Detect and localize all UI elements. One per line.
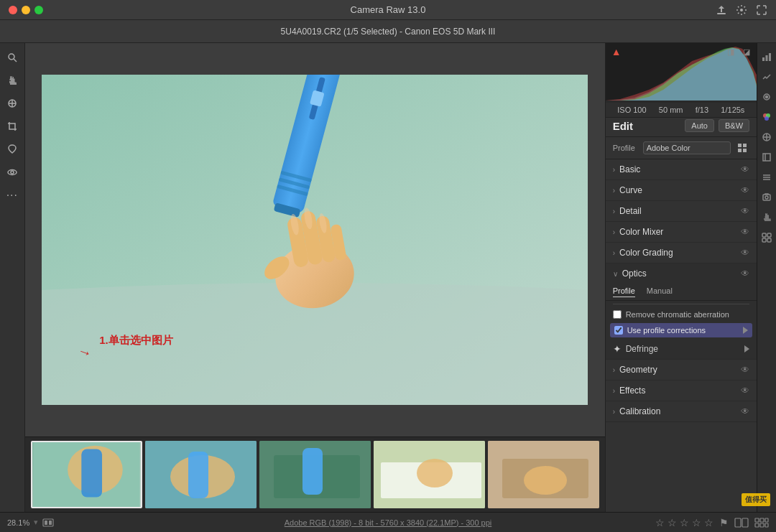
color-mixer-visibility-icon[interactable]: 👁 [741, 227, 749, 237]
use-profile-corrections-label: Use profile corrections [627, 326, 706, 335]
bottom-bar: 28.1% ▾ Adobe RGB (1998) - 8 bit - 5760 … [0, 512, 776, 532]
gear-icon[interactable] [734, 3, 749, 17]
zoom-level: 28.1% [7, 518, 29, 527]
shadow-clipping-icon[interactable]: ◨ [724, 45, 738, 59]
filmstrip-thumb-1[interactable] [31, 441, 142, 508]
bw-button[interactable]: B&W [719, 119, 749, 132]
maximize-button[interactable] [34, 6, 43, 14]
subtitlebar: 5U4A0019.CR2 (1/5 Selected) - Canon EOS … [0, 20, 776, 43]
svg-rect-73 [49, 521, 52, 525]
geometry-panel-icon[interactable] [759, 149, 775, 165]
detail-visibility-icon[interactable]: 👁 [741, 206, 749, 216]
chromatic-aberration-checkbox[interactable] [613, 310, 622, 319]
main-image-container[interactable]: 1.单击选中图片 → [25, 43, 605, 437]
hand-cursor-icon[interactable] [759, 210, 775, 225]
optics-visibility-icon[interactable]: 👁 [741, 269, 749, 279]
tools-panel-icon[interactable] [759, 230, 775, 246]
snapshots-panel-icon[interactable] [759, 190, 775, 205]
flag-icon[interactable]: ⚑ [719, 517, 729, 528]
section-basic[interactable]: › Basic 👁 [606, 159, 757, 180]
panel-scroll[interactable]: › Basic 👁 › Curve 👁 › Detail 👁 [606, 159, 757, 512]
svg-rect-37 [302, 448, 323, 495]
optics-tabs: Profile Manual [606, 284, 757, 301]
star-1[interactable]: ☆ [655, 517, 665, 528]
minimize-button[interactable] [22, 6, 30, 14]
filmstrip-thumb-2[interactable] [145, 441, 257, 508]
chromatic-aberration-row: Remove chromatic aberration [606, 307, 757, 322]
optics-tab-profile[interactable]: Profile [613, 286, 635, 297]
filmstrip-toggle-icon[interactable] [42, 518, 54, 528]
section-curve[interactable]: › Curve 👁 [606, 180, 757, 201]
svg-point-66 [765, 196, 768, 199]
section-color-grading[interactable]: › Color Grading 👁 [606, 243, 757, 263]
right-panel: ▲ ◨ ◪ ISO 100 50 mm [605, 43, 757, 512]
white-balance-tool[interactable] [2, 93, 22, 113]
section-calibration[interactable]: › Calibration 👁 [606, 401, 757, 422]
optics-header[interactable]: ∨ Optics 👁 [606, 263, 757, 284]
profile-row: Profile Adobe Color Adobe Landscape Adob… [606, 137, 757, 159]
more-tools[interactable]: ··· [2, 185, 22, 205]
filmstrip-thumb-4[interactable] [374, 441, 485, 508]
filmstrip [25, 437, 605, 512]
filmstrip-thumb-3[interactable] [259, 441, 371, 508]
edit-panel-icon[interactable] [759, 69, 775, 85]
geometry-visibility-icon[interactable]: 👁 [741, 365, 749, 375]
curve-visibility-icon[interactable]: 👁 [741, 185, 749, 195]
star-3[interactable]: ☆ [680, 517, 689, 528]
chromatic-aberration-label: Remove chromatic aberration [626, 310, 729, 319]
expand-icon[interactable] [754, 3, 769, 17]
lens-corrections-icon[interactable] [759, 129, 775, 145]
auto-button[interactable]: Auto [685, 119, 714, 132]
exif-shutter: 1/125s [721, 106, 744, 114]
red-eye-tool[interactable] [2, 162, 22, 182]
heal-tool[interactable] [2, 139, 22, 159]
svg-rect-60 [763, 154, 770, 161]
crop-tool[interactable] [2, 116, 22, 136]
main-image: 1.单击选中图片 → [42, 75, 588, 405]
zoom-tool[interactable] [2, 47, 22, 67]
detail-panel-icon[interactable] [759, 89, 775, 105]
section-color-mixer[interactable]: › Color Mixer 👁 [606, 222, 757, 243]
basic-chevron: › [613, 166, 615, 174]
defringe-left: ✦ Defringe [613, 343, 658, 355]
section-geometry[interactable]: › Geometry 👁 [606, 360, 757, 381]
color-grading-visibility-icon[interactable]: 👁 [741, 248, 749, 258]
histogram-area: ▲ ◨ ◪ ISO 100 50 mm [606, 43, 757, 115]
calibration-label: Calibration [619, 406, 660, 416]
compare-view-icon[interactable] [734, 518, 749, 528]
defringe-row[interactable]: ✦ Defringe [606, 339, 757, 359]
svg-rect-48 [743, 149, 747, 152]
svg-rect-81 [765, 523, 768, 527]
share-icon[interactable] [714, 3, 729, 17]
grid-view-icon[interactable] [754, 518, 769, 528]
profile-grid-icon[interactable] [735, 141, 749, 155]
titlebar: Camera Raw 13.0 [0, 0, 776, 20]
star-4[interactable]: ☆ [692, 517, 701, 528]
profile-select[interactable]: Adobe Color Adobe Landscape Adobe Portra… [643, 141, 731, 154]
star-5[interactable]: ☆ [704, 517, 713, 528]
star-rating[interactable]: ☆ ☆ ☆ ☆ ☆ ⚑ [655, 517, 729, 528]
hand-tool[interactable] [2, 70, 22, 90]
color-panel-icon[interactable] [759, 109, 775, 125]
histogram-panel-icon[interactable] [759, 49, 775, 65]
presets-panel-icon[interactable] [759, 169, 775, 185]
defringe-icon: ✦ [613, 343, 622, 355]
curve-label: Curve [619, 185, 642, 195]
effects-visibility-icon[interactable]: 👁 [741, 386, 749, 396]
highlight-clipping-icon[interactable]: ◪ [739, 45, 754, 59]
filmstrip-thumb-5[interactable] [488, 441, 599, 508]
zoom-dropdown[interactable]: ▾ [34, 518, 38, 527]
section-detail[interactable]: › Detail 👁 [606, 201, 757, 222]
image-area: 1.单击选中图片 → [25, 43, 605, 512]
section-effects[interactable]: › Effects 👁 [606, 381, 757, 401]
highlight-warning-icon[interactable]: ▲ [611, 46, 622, 57]
calibration-visibility-icon[interactable]: 👁 [741, 406, 749, 416]
close-button[interactable] [9, 6, 17, 14]
curve-chevron: › [613, 187, 615, 195]
basic-visibility-icon[interactable]: 👁 [741, 164, 749, 174]
defringe-indicator [744, 345, 749, 353]
use-profile-corrections-checkbox[interactable] [614, 326, 623, 335]
optics-tab-manual[interactable]: Manual [647, 286, 673, 297]
svg-rect-79 [755, 523, 759, 527]
star-2[interactable]: ☆ [668, 517, 677, 528]
